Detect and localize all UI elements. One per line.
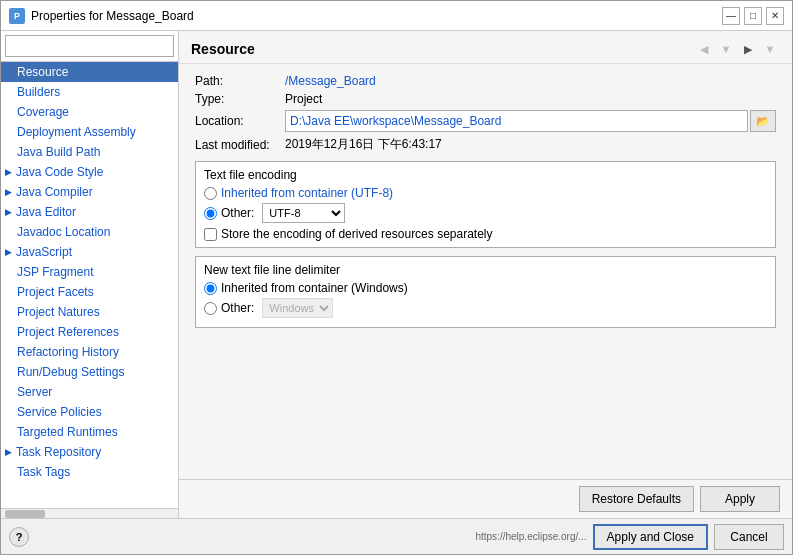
sidebar-item-coverage[interactable]: Coverage — [1, 102, 178, 122]
store-encoding-label: Store the encoding of derived resources … — [221, 227, 493, 241]
type-value: Project — [285, 92, 322, 106]
sidebar-item-label: JavaScript — [16, 245, 72, 259]
sidebar-item-label: Targeted Runtimes — [17, 425, 118, 439]
nav-forward-dropdown-button[interactable]: ▼ — [760, 39, 780, 59]
sidebar-item-label: Task Tags — [17, 465, 70, 479]
other-line-row: Other: Windows Unix Mac — [204, 298, 767, 318]
sidebar-item-project-natures[interactable]: Project Natures — [1, 302, 178, 322]
expand-arrow-icon: ▶ — [5, 187, 12, 197]
sidebar-item-label: Java Compiler — [16, 185, 93, 199]
sidebar-item-project-references[interactable]: Project References — [1, 322, 178, 342]
sidebar-item-builders[interactable]: Builders — [1, 82, 178, 102]
nav-forward-button[interactable]: ▶ — [738, 39, 758, 59]
title-controls: — □ ✕ — [722, 7, 784, 25]
bottom-left: ? — [9, 527, 29, 547]
sidebar-item-java-editor[interactable]: ▶Java Editor — [1, 202, 178, 222]
store-encoding-row: Store the encoding of derived resources … — [204, 227, 767, 241]
horizontal-scrollbar[interactable] — [1, 508, 178, 518]
last-modified-value: 2019年12月16日 下午6:43:17 — [285, 136, 442, 153]
inherited-encoding-label: Inherited from container (UTF-8) — [221, 186, 393, 200]
other-encoding-radio[interactable] — [204, 207, 217, 220]
sidebar-item-label: Project Natures — [17, 305, 100, 319]
properties-window: P Properties for Message_Board — □ ✕ Res… — [0, 0, 793, 555]
inherited-line-row: Inherited from container (Windows) — [204, 281, 767, 295]
store-encoding-checkbox[interactable] — [204, 228, 217, 241]
nav-dropdown-button[interactable]: ▼ — [716, 39, 736, 59]
sidebar-item-java-compiler[interactable]: ▶Java Compiler — [1, 182, 178, 202]
restore-defaults-button[interactable]: Restore Defaults — [579, 486, 694, 512]
sidebar-item-task-tags[interactable]: Task Tags — [1, 462, 178, 482]
minimize-button[interactable]: — — [722, 7, 740, 25]
inherited-encoding-radio[interactable] — [204, 187, 217, 200]
sidebar-item-label: Project Facets — [17, 285, 94, 299]
sidebar-item-label: Javadoc Location — [17, 225, 110, 239]
maximize-button[interactable]: □ — [744, 7, 762, 25]
panel-navigation: ◀ ▼ ▶ ▼ — [694, 39, 780, 59]
sidebar-item-label: Resource — [17, 65, 68, 79]
expand-arrow-icon: ▶ — [5, 167, 12, 177]
sidebar-item-server[interactable]: Server — [1, 382, 178, 402]
nav-back-button[interactable]: ◀ — [694, 39, 714, 59]
inherited-line-label: Inherited from container (Windows) — [221, 281, 408, 295]
cancel-button[interactable]: Cancel — [714, 524, 784, 550]
sidebar-search-container — [1, 31, 178, 62]
inherited-line-radio[interactable] — [204, 282, 217, 295]
other-encoding-row: Other: UTF-8 UTF-16 ISO-8859-1 — [204, 203, 767, 223]
panel-footer: Restore Defaults Apply — [179, 479, 792, 518]
sidebar-item-refactoring-history[interactable]: Refactoring History — [1, 342, 178, 362]
sidebar-item-jsp-fragment[interactable]: JSP Fragment — [1, 262, 178, 282]
right-panel: Resource ◀ ▼ ▶ ▼ Path: /Message_Board Ty… — [179, 31, 792, 518]
help-icon: ? — [16, 531, 23, 543]
sidebar-item-javascript[interactable]: ▶JavaScript — [1, 242, 178, 262]
type-row: Type: Project — [195, 92, 776, 106]
sidebar-item-label: Refactoring History — [17, 345, 119, 359]
sidebar-item-java-build-path[interactable]: Java Build Path — [1, 142, 178, 162]
line-delimiter-select: Windows Unix Mac — [262, 298, 333, 318]
location-input[interactable] — [285, 110, 748, 132]
expand-arrow-icon: ▶ — [5, 207, 12, 217]
text-encoding-title: Text file encoding — [204, 168, 767, 182]
last-modified-label: Last modified: — [195, 138, 285, 152]
sidebar-item-task-repository[interactable]: ▶Task Repository — [1, 442, 178, 462]
close-button[interactable]: ✕ — [766, 7, 784, 25]
sidebar-item-label: Project References — [17, 325, 119, 339]
bottom-right: https://help.eclipse.org/... Apply and C… — [475, 524, 784, 550]
main-content: ResourceBuildersCoverageDeployment Assem… — [1, 31, 792, 518]
sidebar-item-label: Java Code Style — [16, 165, 103, 179]
line-delimiter-title: New text file line delimiter — [204, 263, 767, 277]
expand-arrow-icon: ▶ — [5, 447, 12, 457]
sidebar-item-label: Deployment Assembly — [17, 125, 136, 139]
expand-arrow-icon: ▶ — [5, 247, 12, 257]
browse-button[interactable]: 📂 — [750, 110, 776, 132]
line-delimiter-section: New text file line delimiter Inherited f… — [195, 256, 776, 328]
sidebar: ResourceBuildersCoverageDeployment Assem… — [1, 31, 179, 518]
inherited-encoding-row: Inherited from container (UTF-8) — [204, 186, 767, 200]
sidebar-item-label: Coverage — [17, 105, 69, 119]
bottom-bar: ? https://help.eclipse.org/... Apply and… — [1, 518, 792, 554]
help-button[interactable]: ? — [9, 527, 29, 547]
apply-close-button[interactable]: Apply and Close — [593, 524, 708, 550]
sidebar-item-label: Run/Debug Settings — [17, 365, 124, 379]
sidebar-item-javadoc-location[interactable]: Javadoc Location — [1, 222, 178, 242]
sidebar-item-label: Java Build Path — [17, 145, 100, 159]
window-title: Properties for Message_Board — [31, 9, 194, 23]
path-label: Path: — [195, 74, 285, 88]
last-modified-row: Last modified: 2019年12月16日 下午6:43:17 — [195, 136, 776, 153]
sidebar-item-rundebug-settings[interactable]: Run/Debug Settings — [1, 362, 178, 382]
panel-title: Resource — [191, 41, 255, 57]
sidebar-item-java-code-style[interactable]: ▶Java Code Style — [1, 162, 178, 182]
sidebar-item-label: Builders — [17, 85, 60, 99]
sidebar-item-deployment-assembly[interactable]: Deployment Assembly — [1, 122, 178, 142]
encoding-select[interactable]: UTF-8 UTF-16 ISO-8859-1 — [262, 203, 345, 223]
other-line-radio[interactable] — [204, 302, 217, 315]
sidebar-item-service-policies[interactable]: Service Policies — [1, 402, 178, 422]
apply-button[interactable]: Apply — [700, 486, 780, 512]
text-encoding-section: Text file encoding Inherited from contai… — [195, 161, 776, 248]
sidebar-search-input[interactable] — [5, 35, 174, 57]
sidebar-item-targeted-runtimes[interactable]: Targeted Runtimes — [1, 422, 178, 442]
sidebar-item-label: Service Policies — [17, 405, 102, 419]
sidebar-item-resource[interactable]: Resource — [1, 62, 178, 82]
sidebar-item-project-facets[interactable]: Project Facets — [1, 282, 178, 302]
status-url: https://help.eclipse.org/... — [475, 531, 586, 542]
sidebar-item-label: Task Repository — [16, 445, 101, 459]
